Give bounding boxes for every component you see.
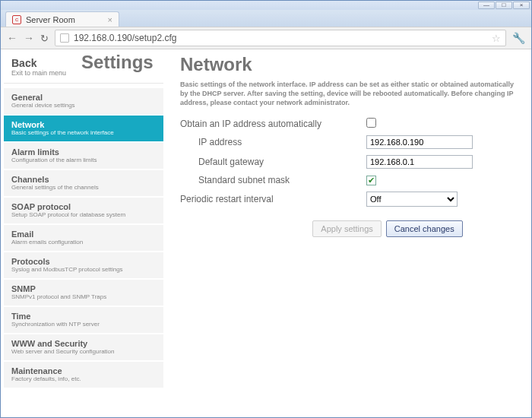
- tab-title: Server Room: [26, 15, 75, 24]
- back-icon[interactable]: ←: [7, 32, 17, 44]
- input-ip-address[interactable]: [366, 135, 473, 149]
- window-titlebar: — □ ×: [1, 1, 531, 10]
- row-ip-address: IP address: [180, 135, 519, 149]
- browser-tab[interactable]: c Server Room ×: [5, 11, 119, 27]
- row-obtain-auto: Obtain an IP address automatically: [180, 118, 519, 129]
- button-row: Apply settings Cancel changes: [180, 220, 519, 237]
- back-title: Back: [11, 57, 66, 69]
- sidebar-item-network[interactable]: Network Basic settings of the network in…: [4, 116, 163, 141]
- window-close-button[interactable]: ×: [513, 2, 530, 9]
- sidebar-item-time[interactable]: Time Synchronization with NTP server: [4, 307, 163, 333]
- page-description: Basic settings of the network interface.…: [180, 80, 519, 107]
- label-gateway: Default gateway: [180, 157, 366, 167]
- nav-title: Email: [11, 230, 157, 239]
- favicon-icon: c: [12, 15, 21, 24]
- back-link[interactable]: Back Exit to main menu: [4, 52, 71, 78]
- sidebar-item-email[interactable]: Email Alarm emails configuration: [4, 225, 163, 251]
- nav-title: General: [11, 93, 157, 102]
- tab-close-icon[interactable]: ×: [108, 15, 112, 24]
- sidebar-heading: Settings: [71, 52, 163, 72]
- sidebar: Back Exit to main menu Settings General …: [1, 49, 166, 417]
- nav-sub: Alarm emails configuration: [11, 239, 157, 245]
- window-maximize-button[interactable]: □: [496, 2, 512, 9]
- nav-sub: Synchronization with NTP server: [11, 321, 157, 328]
- sidebar-item-alarm-limits[interactable]: Alarm limits Configuration of the alarm …: [4, 143, 163, 169]
- input-default-gateway[interactable]: [366, 155, 473, 169]
- browser-toolbar: ← → ↻ 192.168.0.190/setup2.cfg ☆ 🔧: [1, 27, 531, 49]
- bookmark-star-icon[interactable]: ☆: [492, 33, 501, 44]
- row-subnet: Standard subnet mask ✔: [180, 175, 519, 185]
- apply-settings-button[interactable]: Apply settings: [312, 220, 381, 237]
- nav-title: Channels: [11, 175, 157, 184]
- label-ip: IP address: [180, 137, 366, 147]
- page-content: Back Exit to main menu Settings General …: [1, 49, 531, 417]
- page-title: Network: [180, 54, 519, 75]
- nav-sub: Syslog and ModbusTCP protocol settings: [11, 266, 157, 273]
- sidebar-item-soap[interactable]: SOAP protocol Setup SOAP protocol for da…: [4, 198, 163, 223]
- nav-title: Time: [11, 312, 157, 321]
- sidebar-item-protocols[interactable]: Protocols Syslog and ModbusTCP protocol …: [4, 252, 163, 278]
- nav-sub: Factory defaults, info, etc.: [11, 375, 157, 382]
- label-subnet: Standard subnet mask: [180, 175, 366, 185]
- checkbox-obtain-auto[interactable]: [366, 118, 376, 128]
- row-restart-interval: Periodic restart interval Off: [180, 192, 519, 207]
- nav-title: Alarm limits: [11, 147, 157, 157]
- row-gateway: Default gateway: [180, 155, 519, 169]
- url-bar[interactable]: 192.168.0.190/setup2.cfg ☆: [55, 30, 506, 46]
- nav-title: Protocols: [11, 257, 157, 266]
- checkbox-subnet-mask[interactable]: ✔: [366, 176, 376, 185]
- sidebar-item-maintenance[interactable]: Maintenance Factory defaults, info, etc.: [4, 362, 163, 388]
- nav-sub: General settings of the channels: [11, 184, 157, 191]
- label-restart: Periodic restart interval: [180, 194, 366, 204]
- browser-window: — □ × c Server Room × ← → ↻ 192.168.0.19…: [0, 0, 532, 418]
- nav-title: SNMP: [11, 284, 157, 293]
- nav-title: SOAP protocol: [11, 202, 157, 211]
- main-panel: Network Basic settings of the network in…: [166, 49, 531, 417]
- window-minimize-button[interactable]: —: [478, 2, 495, 9]
- nav-title: Maintenance: [11, 366, 157, 375]
- label-obtain-auto: Obtain an IP address automatically: [180, 119, 366, 129]
- cancel-changes-button[interactable]: Cancel changes: [386, 220, 463, 237]
- sidebar-item-channels[interactable]: Channels General settings of the channel…: [4, 170, 163, 196]
- forward-icon[interactable]: →: [24, 32, 34, 44]
- tab-strip: c Server Room ×: [1, 10, 531, 27]
- back-sub: Exit to main menu: [11, 69, 66, 77]
- site-icon: [60, 33, 69, 43]
- nav-title: Network: [11, 120, 157, 129]
- sidebar-nav: General General device settings Network …: [4, 88, 166, 388]
- nav-title: WWW and Security: [11, 339, 157, 348]
- nav-sub: SNMPv1 protocol and SNMP Traps: [11, 293, 157, 300]
- sidebar-item-general[interactable]: General General device settings: [4, 88, 163, 114]
- select-restart-interval[interactable]: Off: [366, 192, 458, 207]
- wrench-menu-icon[interactable]: 🔧: [512, 32, 525, 44]
- reload-icon[interactable]: ↻: [40, 33, 49, 44]
- nav-sub: Web server and Security configuration: [11, 348, 157, 355]
- nav-sub: General device settings: [11, 102, 157, 109]
- nav-sub: Basic settings of the network interface: [11, 129, 157, 136]
- sidebar-item-snmp[interactable]: SNMP SNMPv1 protocol and SNMP Traps: [4, 280, 163, 306]
- sidebar-item-www-security[interactable]: WWW and Security Web server and Security…: [4, 334, 163, 360]
- nav-sub: Setup SOAP protocol for database system: [11, 211, 157, 218]
- nav-sub: Configuration of the alarm limits: [11, 157, 157, 163]
- url-text: 192.168.0.190/setup2.cfg: [74, 33, 176, 43]
